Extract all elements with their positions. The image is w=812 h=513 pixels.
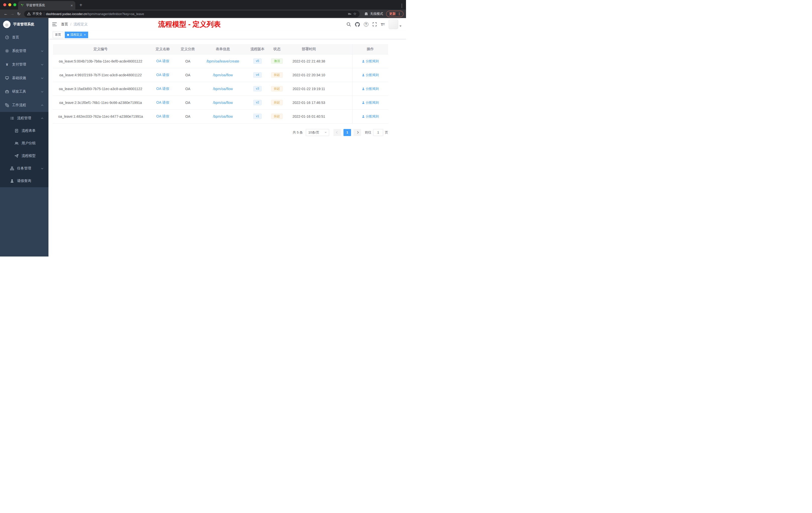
version-tag: v3 xyxy=(253,86,262,92)
cell-category: OA xyxy=(177,96,198,110)
active-dot-icon xyxy=(67,34,69,36)
sidebar-collapse-icon[interactable] xyxy=(52,23,57,26)
sidebar-item-infrastructure[interactable]: 基础设施 xyxy=(0,71,49,85)
sidebar-item-label: 流程管理 xyxy=(17,116,31,120)
definition-name-link[interactable]: OA 请假 xyxy=(156,87,169,91)
github-icon[interactable] xyxy=(355,22,360,27)
tab-search-icon[interactable] xyxy=(402,3,402,8)
definition-name-link[interactable]: OA 请假 xyxy=(156,100,169,104)
col-form-info: 表单信息 xyxy=(198,44,247,54)
url-path: /bpm/manager/definition?key=oa_leave xyxy=(87,12,144,16)
tab-close-icon[interactable]: × xyxy=(70,3,73,7)
incognito-badge: 无痕模式 xyxy=(364,11,383,16)
reload-button[interactable]: ↻ xyxy=(16,10,22,17)
person-icon xyxy=(10,179,14,183)
definition-name-link[interactable]: OA 请假 xyxy=(156,114,169,118)
back-button[interactable]: ← xyxy=(2,10,9,17)
logo-title: 芋道管理系统 xyxy=(13,22,34,27)
pagination: 共 5 条 10条/页 1 前往 页 xyxy=(53,129,388,136)
address-bar[interactable]: 不安全 dashboard.yudao.iocoder.cn/bpm/manag… xyxy=(24,10,359,17)
chevron-down-icon xyxy=(41,77,43,79)
sidebar-item-label: 研发工具 xyxy=(12,89,26,94)
assign-rule-button[interactable]: 分配规则 xyxy=(362,59,379,63)
sidebar-item-dev-tools[interactable]: 研发工具 xyxy=(0,85,49,98)
search-icon[interactable] xyxy=(347,22,351,27)
goto-label: 前往 xyxy=(365,130,371,135)
sidebar-item-leave-query[interactable]: 请假查询 xyxy=(0,175,49,187)
sidebar-item-system-mgmt[interactable]: 系统管理 xyxy=(0,44,49,58)
font-size-icon[interactable]: TT xyxy=(381,22,385,27)
cell-definition-id: oa_leave:1:482ec033-762a-11ec-8477-a2380… xyxy=(53,110,148,123)
assign-rule-button[interactable]: 分配规则 xyxy=(362,114,379,119)
page-size-select[interactable]: 10条/页 xyxy=(306,129,329,136)
avatar xyxy=(389,20,398,29)
breadcrumb-home[interactable]: 首页 xyxy=(61,22,68,27)
chevron-down-icon xyxy=(41,167,43,169)
sidebar-item-home[interactable]: 首页 xyxy=(0,31,49,44)
sidebar-logo: 芋道管理系统 xyxy=(0,18,49,31)
next-page-button[interactable] xyxy=(353,129,361,136)
help-icon[interactable]: ? xyxy=(364,22,368,27)
sidebar-item-process-forms[interactable]: 流程表单 xyxy=(0,124,49,137)
sidebar-item-process-mgmt[interactable]: 流程管理 xyxy=(0,112,49,124)
form-link[interactable]: /bpm/oa/flow xyxy=(213,101,233,105)
main-area: 首页 / 流程定义 流程模型 - 定义列表 ? TT xyxy=(49,18,406,256)
window-zoom-button[interactable] xyxy=(13,3,16,6)
fullscreen-icon[interactable] xyxy=(372,22,377,27)
menu-dots-icon: ⋮ xyxy=(398,12,401,16)
table-header-row: 定义编号 定义名称 定义分类 表单信息 流程版本 状态 部署时间 操作 xyxy=(53,44,388,54)
person-icon xyxy=(362,101,365,104)
person-icon xyxy=(362,73,365,77)
new-tab-button[interactable]: + xyxy=(77,1,84,8)
table-row: oa_leave:3:1fad3d93-7b75-11ec-a3c8-acde4… xyxy=(53,82,388,96)
browser-tab[interactable]: 芋道管理系统 × xyxy=(18,1,75,9)
window-minimize-button[interactable] xyxy=(8,3,11,6)
incognito-icon xyxy=(364,12,368,16)
form-link[interactable]: /bpm/oa/leave/create xyxy=(206,59,239,63)
form-link[interactable]: /bpm/oa/flow xyxy=(213,115,233,118)
definition-name-link[interactable]: OA 请假 xyxy=(156,59,169,63)
tag-process-definition[interactable]: 流程定义 × xyxy=(65,32,88,38)
sidebar-item-workflow[interactable]: 工作流程 xyxy=(0,98,49,112)
assign-rule-button[interactable]: 分配规则 xyxy=(362,87,379,91)
page-size-label: 10条/页 xyxy=(308,130,319,135)
browser-update-button[interactable]: 更新 ⋮ xyxy=(386,11,404,17)
breadcrumb-separator: / xyxy=(70,22,71,26)
cell-category: OA xyxy=(177,54,198,68)
password-key-icon[interactable] xyxy=(348,12,351,16)
divider xyxy=(44,12,44,16)
assign-rule-button[interactable]: 分配规则 xyxy=(362,100,379,105)
col-status: 状态 xyxy=(268,44,286,54)
chevron-down-icon xyxy=(41,63,43,65)
chevron-up-icon xyxy=(41,104,43,107)
user-menu[interactable] xyxy=(389,20,402,29)
goto-page: 前往 页 xyxy=(365,129,388,136)
url-text: dashboard.yudao.iocoder.cn/bpm/manager/d… xyxy=(46,12,144,16)
paper-plane-icon xyxy=(14,154,19,158)
goto-page-input[interactable] xyxy=(373,129,383,136)
cell-gap xyxy=(331,96,352,110)
sidebar-item-process-models[interactable]: 流程模型 xyxy=(0,150,49,162)
window-close-button[interactable] xyxy=(3,3,6,6)
prev-page-button[interactable] xyxy=(334,129,341,136)
assign-rule-button[interactable]: 分配规则 xyxy=(362,73,379,77)
chevron-down-icon xyxy=(41,90,43,92)
definition-name-link[interactable]: OA 请假 xyxy=(156,73,169,77)
version-tag: v5 xyxy=(253,58,262,64)
form-link[interactable]: /bpm/oa/flow xyxy=(213,87,233,91)
sidebar-item-payment-mgmt[interactable]: ¥ 支付管理 xyxy=(0,58,49,71)
bookmark-star-icon[interactable]: ☆ xyxy=(353,11,356,16)
form-document-icon xyxy=(14,129,19,133)
sidebar-item-task-mgmt[interactable]: 任务管理 xyxy=(0,162,49,175)
tag-home[interactable]: 首页 xyxy=(53,32,63,38)
tag-close-icon[interactable]: × xyxy=(84,33,86,36)
url-host: dashboard.yudao.iocoder.cn xyxy=(46,12,87,16)
page-annotation-title: 流程模型 - 定义列表 xyxy=(158,20,221,29)
sidebar-item-user-groups[interactable]: 用户分组 xyxy=(0,137,49,150)
page-number-button[interactable]: 1 xyxy=(344,129,351,136)
col-definition-name: 定义名称 xyxy=(148,44,177,54)
sidebar-item-label: 系统管理 xyxy=(12,49,26,53)
form-link[interactable]: /bpm/oa/flow xyxy=(213,73,233,77)
sidebar-item-label: 任务管理 xyxy=(17,166,31,171)
forward-button[interactable]: → xyxy=(9,10,16,17)
